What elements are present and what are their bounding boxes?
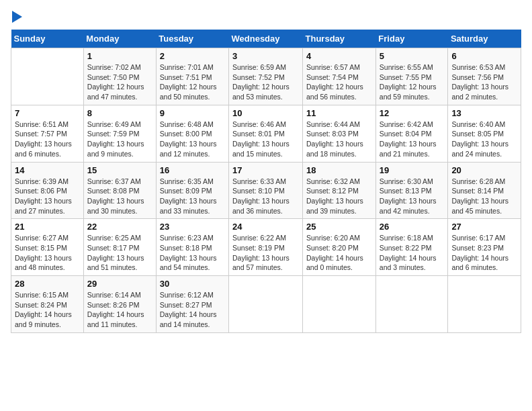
day-number: 24	[232, 222, 299, 232]
day-info: Sunrise: 6:35 AM Sunset: 8:09 PM Dayligh…	[160, 177, 225, 216]
day-info: Sunrise: 6:46 AM Sunset: 8:01 PM Dayligh…	[232, 120, 299, 159]
day-info: Sunrise: 6:15 AM Sunset: 8:24 PM Dayligh…	[15, 290, 80, 330]
day-info: Sunrise: 6:40 AM Sunset: 8:05 PM Dayligh…	[451, 120, 517, 159]
day-number: 14	[15, 165, 80, 175]
calendar-cell	[11, 48, 84, 105]
calendar-cell	[448, 276, 521, 333]
day-info: Sunrise: 6:33 AM Sunset: 8:10 PM Dayligh…	[232, 177, 299, 216]
calendar-cell: 22Sunrise: 6:25 AM Sunset: 8:17 PM Dayli…	[83, 219, 156, 276]
day-info: Sunrise: 6:23 AM Sunset: 8:18 PM Dayligh…	[160, 233, 225, 273]
day-info: Sunrise: 6:20 AM Sunset: 8:20 PM Dayligh…	[306, 233, 372, 273]
day-info: Sunrise: 6:39 AM Sunset: 8:06 PM Dayligh…	[15, 177, 80, 216]
day-number: 4	[306, 51, 372, 61]
weekday-header-monday: Monday	[83, 30, 156, 48]
day-number: 30	[160, 279, 225, 289]
day-info: Sunrise: 6:57 AM Sunset: 7:54 PM Dayligh…	[306, 62, 372, 102]
calendar-week-row: 7Sunrise: 6:51 AM Sunset: 7:57 PM Daylig…	[11, 105, 521, 162]
day-info: Sunrise: 6:55 AM Sunset: 7:55 PM Dayligh…	[380, 62, 445, 102]
day-info: Sunrise: 6:18 AM Sunset: 8:22 PM Dayligh…	[380, 233, 445, 273]
calendar-cell: 27Sunrise: 6:17 AM Sunset: 8:23 PM Dayli…	[448, 219, 521, 276]
day-info: Sunrise: 6:22 AM Sunset: 8:19 PM Dayligh…	[232, 233, 299, 273]
calendar-cell: 29Sunrise: 6:14 AM Sunset: 8:26 PM Dayli…	[83, 276, 156, 333]
calendar-cell: 14Sunrise: 6:39 AM Sunset: 8:06 PM Dayli…	[11, 162, 84, 219]
calendar-cell: 6Sunrise: 6:53 AM Sunset: 7:56 PM Daylig…	[448, 48, 521, 105]
day-number: 19	[380, 165, 445, 175]
day-number: 22	[87, 222, 152, 232]
calendar-cell	[303, 276, 376, 333]
calendar-cell: 23Sunrise: 6:23 AM Sunset: 8:18 PM Dayli…	[156, 219, 228, 276]
calendar-cell	[229, 276, 303, 333]
calendar-cell: 7Sunrise: 6:51 AM Sunset: 7:57 PM Daylig…	[11, 105, 84, 162]
day-number: 20	[451, 165, 517, 175]
calendar-cell: 8Sunrise: 6:49 AM Sunset: 7:59 PM Daylig…	[83, 105, 156, 162]
day-info: Sunrise: 6:59 AM Sunset: 7:52 PM Dayligh…	[232, 62, 299, 102]
calendar-week-row: 28Sunrise: 6:15 AM Sunset: 8:24 PM Dayli…	[11, 276, 521, 333]
calendar-week-row: 21Sunrise: 6:27 AM Sunset: 8:15 PM Dayli…	[11, 219, 521, 276]
day-info: Sunrise: 7:02 AM Sunset: 7:50 PM Dayligh…	[87, 62, 152, 102]
day-info: Sunrise: 6:14 AM Sunset: 8:26 PM Dayligh…	[87, 290, 152, 330]
day-number: 21	[15, 222, 80, 232]
calendar-week-row: 1Sunrise: 7:02 AM Sunset: 7:50 PM Daylig…	[11, 48, 521, 105]
weekday-header-thursday: Thursday	[303, 30, 376, 48]
calendar-cell: 21Sunrise: 6:27 AM Sunset: 8:15 PM Dayli…	[11, 219, 84, 276]
calendar-cell: 2Sunrise: 7:01 AM Sunset: 7:51 PM Daylig…	[156, 48, 228, 105]
calendar-cell: 28Sunrise: 6:15 AM Sunset: 8:24 PM Dayli…	[11, 276, 84, 333]
day-number: 10	[232, 108, 299, 118]
day-number: 1	[87, 51, 152, 61]
calendar-cell: 20Sunrise: 6:28 AM Sunset: 8:14 PM Dayli…	[448, 162, 521, 219]
day-info: Sunrise: 6:28 AM Sunset: 8:14 PM Dayligh…	[451, 177, 517, 216]
weekday-header-row: SundayMondayTuesdayWednesdayThursdayFrid…	[11, 30, 521, 48]
calendar-cell: 1Sunrise: 7:02 AM Sunset: 7:50 PM Daylig…	[83, 48, 156, 105]
calendar-cell: 3Sunrise: 6:59 AM Sunset: 7:52 PM Daylig…	[229, 48, 303, 105]
day-number: 5	[380, 51, 445, 61]
header	[11, 11, 521, 23]
day-info: Sunrise: 6:44 AM Sunset: 8:03 PM Dayligh…	[306, 120, 372, 159]
day-info: Sunrise: 6:12 AM Sunset: 8:27 PM Dayligh…	[160, 290, 225, 330]
weekday-header-sunday: Sunday	[11, 30, 84, 48]
day-info: Sunrise: 6:32 AM Sunset: 8:12 PM Dayligh…	[306, 177, 372, 216]
calendar-cell	[375, 276, 448, 333]
calendar-cell: 24Sunrise: 6:22 AM Sunset: 8:19 PM Dayli…	[229, 219, 303, 276]
day-number: 15	[87, 165, 152, 175]
calendar-cell: 11Sunrise: 6:44 AM Sunset: 8:03 PM Dayli…	[303, 105, 376, 162]
calendar-cell: 30Sunrise: 6:12 AM Sunset: 8:27 PM Dayli…	[156, 276, 228, 333]
calendar-week-row: 14Sunrise: 6:39 AM Sunset: 8:06 PM Dayli…	[11, 162, 521, 219]
day-number: 6	[451, 51, 517, 61]
calendar-cell: 4Sunrise: 6:57 AM Sunset: 7:54 PM Daylig…	[303, 48, 376, 105]
day-number: 25	[306, 222, 372, 232]
day-number: 23	[160, 222, 225, 232]
calendar-cell: 18Sunrise: 6:32 AM Sunset: 8:12 PM Dayli…	[303, 162, 376, 219]
day-number: 16	[160, 165, 225, 175]
day-info: Sunrise: 6:51 AM Sunset: 7:57 PM Dayligh…	[15, 120, 80, 159]
day-info: Sunrise: 6:42 AM Sunset: 8:04 PM Dayligh…	[380, 120, 445, 159]
calendar-table: SundayMondayTuesdayWednesdayThursdayFrid…	[11, 30, 521, 333]
day-info: Sunrise: 6:17 AM Sunset: 8:23 PM Dayligh…	[451, 233, 517, 273]
calendar-cell: 26Sunrise: 6:18 AM Sunset: 8:22 PM Dayli…	[375, 219, 448, 276]
day-info: Sunrise: 6:37 AM Sunset: 8:08 PM Dayligh…	[87, 177, 152, 216]
day-info: Sunrise: 6:49 AM Sunset: 7:59 PM Dayligh…	[87, 120, 152, 159]
day-info: Sunrise: 6:48 AM Sunset: 8:00 PM Dayligh…	[160, 120, 225, 159]
day-number: 9	[160, 108, 225, 118]
logo	[11, 11, 22, 23]
day-number: 28	[15, 279, 80, 289]
weekday-header-wednesday: Wednesday	[229, 30, 303, 48]
day-info: Sunrise: 7:01 AM Sunset: 7:51 PM Dayligh…	[160, 62, 225, 102]
day-number: 12	[380, 108, 445, 118]
weekday-header-friday: Friday	[375, 30, 448, 48]
day-number: 26	[380, 222, 445, 232]
calendar-cell: 19Sunrise: 6:30 AM Sunset: 8:13 PM Dayli…	[375, 162, 448, 219]
calendar-cell: 12Sunrise: 6:42 AM Sunset: 8:04 PM Dayli…	[375, 105, 448, 162]
day-info: Sunrise: 6:53 AM Sunset: 7:56 PM Dayligh…	[451, 62, 517, 102]
calendar-cell: 9Sunrise: 6:48 AM Sunset: 8:00 PM Daylig…	[156, 105, 228, 162]
weekday-header-saturday: Saturday	[448, 30, 521, 48]
day-number: 29	[87, 279, 152, 289]
day-number: 8	[87, 108, 152, 118]
weekday-header-tuesday: Tuesday	[156, 30, 228, 48]
calendar-cell: 17Sunrise: 6:33 AM Sunset: 8:10 PM Dayli…	[229, 162, 303, 219]
day-info: Sunrise: 6:25 AM Sunset: 8:17 PM Dayligh…	[87, 233, 152, 273]
day-number: 2	[160, 51, 225, 61]
day-number: 17	[232, 165, 299, 175]
calendar-cell: 13Sunrise: 6:40 AM Sunset: 8:05 PM Dayli…	[448, 105, 521, 162]
day-number: 7	[15, 108, 80, 118]
calendar-cell: 15Sunrise: 6:37 AM Sunset: 8:08 PM Dayli…	[83, 162, 156, 219]
